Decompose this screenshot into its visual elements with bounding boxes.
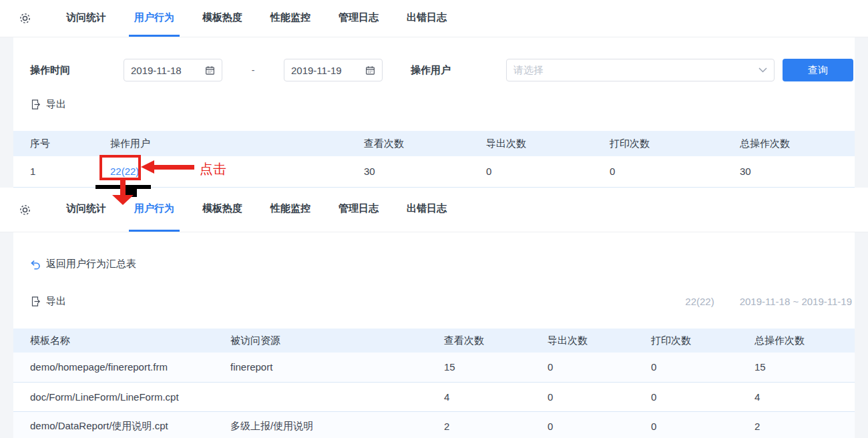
col-total: 总操作次数 [738,328,855,353]
col-total: 总操作次数 [723,131,855,156]
annotation-down-arrow-shaft [120,180,126,196]
detail-toolbar: 导出 22(22) 2019-11-18 ~ 2019-11-19 [30,295,852,308]
cell-resource [214,382,427,411]
export-label: 导出 [46,295,66,308]
table-row: demo/homepage/finereport.frm finereport … [13,353,855,382]
cell-total: 4 [738,382,855,411]
col-exports: 导出次数 [469,131,593,156]
time-filter-label: 操作时间 [30,64,124,77]
tab-template-heat[interactable]: 模板热度 [197,188,248,232]
annotation-down-arrow-head [112,195,134,205]
cell-views: 2 [427,411,531,438]
tab-performance-monitor[interactable]: 性能监控 [265,188,316,232]
tab-error-log[interactable]: 出错日志 [401,188,452,232]
user-select[interactable]: 请选择 [506,59,775,81]
col-exports: 导出次数 [531,328,634,353]
annotation-left-arrow-head [141,160,154,174]
col-accessed-resource: 被访问资源 [214,328,427,353]
summary-user-badge: 22(22) [685,296,714,307]
calendar-icon[interactable] [205,65,215,75]
tab-access-stats[interactable]: 访问统计 [61,0,112,37]
detail-table: 模板名称 被访问资源 查看次数 导出次数 打印次数 总操作次数 demo/hom… [13,328,855,438]
annotation-click-label: 点击 [200,160,226,178]
export-button[interactable]: 导出 [30,98,855,111]
back-icon [30,259,41,270]
col-views: 查看次数 [347,131,469,156]
cell-prints: 0 [593,156,723,187]
cell-template-name: doc/Form/LineForm/LineForm.cpt [13,382,214,411]
cell-prints: 0 [634,382,738,411]
table-row: doc/Form/LineForm/LineForm.cpt 4 0 0 4 [13,382,855,411]
cell-total: 2 [738,411,855,438]
date-from-value: 2019-11-18 [131,65,182,76]
tab-performance-monitor[interactable]: 性能监控 [265,0,316,37]
tab-access-stats[interactable]: 访问统计 [61,188,112,232]
cell-views: 30 [347,156,469,187]
gear-icon[interactable] [19,204,31,216]
date-to-value: 2019-11-19 [291,65,342,76]
chevron-down-icon [758,67,767,73]
col-prints: 打印次数 [593,131,723,156]
cell-template-name: demo/homepage/finereport.frm [13,353,214,382]
date-from-input[interactable]: 2019-11-18 [124,59,222,81]
export-button[interactable]: 导出 [30,295,66,308]
col-views: 查看次数 [427,328,531,353]
back-label: 返回用户行为汇总表 [46,258,136,270]
back-to-summary-link[interactable]: 返回用户行为汇总表 [13,232,855,270]
cell-exports: 0 [469,156,593,187]
tab-error-log[interactable]: 出错日志 [401,0,452,37]
date-range-separator: - [222,65,284,75]
tab-user-behavior[interactable]: 用户行为 [129,0,180,37]
filter-row: 操作时间 2019-11-18 - 2019-11-19 [13,37,855,81]
annotation-left-arrow-shaft [154,165,194,170]
table-header-row: 模板名称 被访问资源 查看次数 导出次数 打印次数 总操作次数 [13,328,855,353]
tab-admin-log[interactable]: 管理日志 [333,0,384,37]
query-button[interactable]: 查询 [783,59,853,81]
cell-resource: finereport [214,353,427,382]
tab-template-heat[interactable]: 模板热度 [197,0,248,37]
calendar-icon[interactable] [365,65,375,75]
cell-no: 1 [13,156,93,187]
col-template-name: 模板名称 [13,328,214,353]
user-filter-label: 操作用户 [411,64,452,77]
col-prints: 打印次数 [634,328,738,353]
summary-date-range: 2019-11-18 ~ 2019-11-19 [740,296,852,307]
cell-exports: 0 [531,411,634,438]
cell-template-name: demo/DataReport/使用说明.cpt [13,411,214,438]
bottom-content: 返回用户行为汇总表 导出 22(22) 2019-11-18 ~ 2019-1 [0,232,868,438]
table-header-row: 序号 操作用户 查看次数 导出次数 打印次数 总操作次数 [13,131,855,156]
table-row: demo/DataReport/使用说明.cpt 多级上报/使用说明 2 0 0… [13,411,855,438]
cell-views: 4 [427,382,531,411]
cell-resource: 多级上报/使用说明 [214,411,427,438]
date-to-input[interactable]: 2019-11-19 [284,59,383,81]
detail-card: 返回用户行为汇总表 导出 22(22) 2019-11-18 ~ 2019-1 [13,232,855,438]
cell-prints: 0 [634,353,738,382]
annotation-highlight-box [99,155,141,180]
user-select-placeholder: 请选择 [513,64,544,77]
cell-exports: 0 [531,382,634,411]
bottom-screenshot: 访问统计 用户行为 模板热度 性能监控 管理日志 出错日志 返回用户行为汇总表 [0,188,868,438]
col-user: 操作用户 [93,131,347,156]
tab-bar: 访问统计 用户行为 模板热度 性能监控 管理日志 出错日志 [0,0,868,37]
cell-total: 30 [723,156,855,187]
export-icon [30,99,41,110]
cell-total: 15 [738,353,855,382]
cell-prints: 0 [634,411,738,438]
export-icon [30,296,41,307]
gear-icon[interactable] [19,12,31,25]
cell-exports: 0 [531,353,634,382]
tab-admin-log[interactable]: 管理日志 [333,188,384,232]
cell-views: 15 [427,353,531,382]
col-no: 序号 [13,131,93,156]
export-label: 导出 [46,98,66,111]
